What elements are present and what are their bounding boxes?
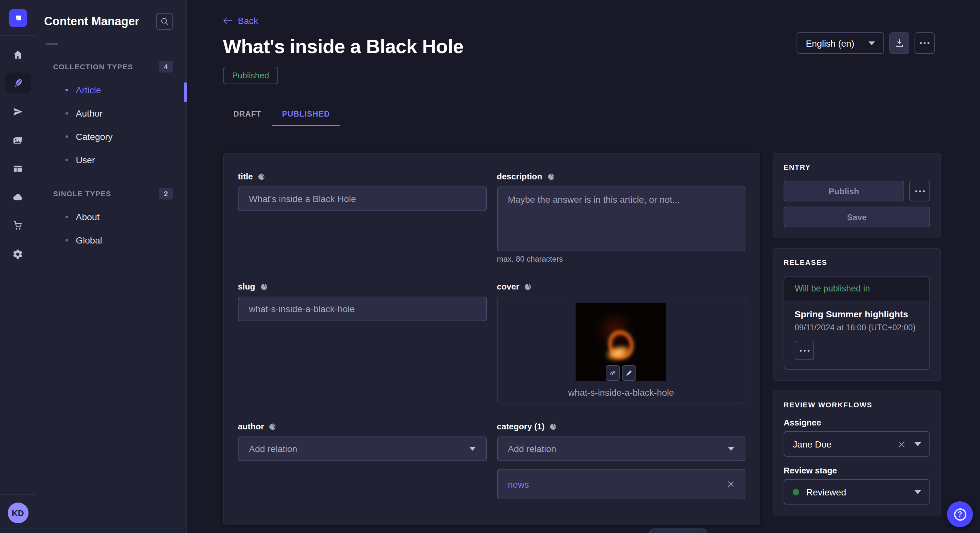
arrow-left-icon (223, 17, 233, 25)
releases-heading: RELEASES (784, 259, 930, 266)
release-card: Will be published in Spring Summer highl… (784, 276, 930, 370)
chevron-down-icon (869, 41, 875, 45)
sidebar-title: Content Manager (44, 14, 139, 28)
globe-icon (259, 283, 267, 290)
sidebar-item-author[interactable]: Author (44, 102, 173, 125)
chevron-down-icon (915, 490, 921, 494)
more-actions-button[interactable] (915, 32, 935, 54)
content-manager-sidebar: Content Manager COLLECTION TYPES 4 Artic… (36, 0, 187, 533)
category-placeholder: Add relation (508, 444, 556, 454)
sidebar-item-label: About (76, 212, 100, 222)
paper-plane-icon[interactable] (5, 101, 31, 122)
description-hint: max. 80 characters (497, 254, 745, 263)
author-relation-select[interactable]: Add relation (238, 436, 487, 461)
home-icon[interactable] (5, 44, 31, 65)
ellipsis-icon (924, 42, 926, 44)
relation-link[interactable]: news (508, 479, 529, 489)
gear-icon[interactable] (5, 244, 31, 264)
entry-more-button[interactable] (909, 181, 930, 201)
globe-icon (524, 283, 531, 290)
back-link[interactable]: Back (223, 16, 258, 26)
bullet-icon (65, 112, 68, 115)
field-author: author Add relation (238, 422, 487, 499)
back-label: Back (238, 16, 258, 26)
clear-assignee-button[interactable] (898, 440, 905, 448)
sidebar-item-label: Global (76, 235, 102, 246)
cloud-icon[interactable] (5, 187, 31, 207)
cover-actions (606, 365, 636, 381)
bullet-icon (65, 216, 68, 218)
entry-heading: ENTRY (784, 163, 930, 171)
assignee-value: Jane Doe (793, 439, 898, 449)
sidebar-item-about[interactable]: About (44, 205, 173, 228)
bullet-icon (65, 135, 68, 138)
relation-item-news: news (497, 469, 745, 499)
feather-icon[interactable] (5, 73, 31, 93)
rail-divider-bottom (0, 494, 36, 495)
edit-image-button[interactable] (622, 365, 636, 381)
strapi-logo[interactable] (9, 9, 27, 27)
category-relation-select[interactable]: Add relation (497, 436, 745, 461)
status-badge: Published (223, 67, 278, 84)
entry-panel: ENTRY Publish Save (773, 153, 941, 238)
releases-panel: RELEASES Will be published in Spring Sum… (773, 248, 941, 381)
review-stage-label: Review stage (784, 466, 930, 475)
slug-input[interactable]: what-s-inside-a-black-hole (238, 297, 487, 321)
description-input[interactable]: Maybe the answer is in this article, or … (497, 187, 745, 251)
app-window: KD Content Manager COLLECTION TYPES 4 Ar… (0, 0, 980, 533)
sidebar-divider (45, 43, 58, 45)
active-item-indicator (184, 82, 187, 102)
author-label: author (238, 422, 264, 431)
sidebar-item-label: Article (76, 85, 101, 95)
description-label: description (497, 171, 542, 181)
tab-draft[interactable]: DRAFT (223, 105, 272, 126)
nav-rail: KD (0, 0, 36, 533)
sidebar-item-user[interactable]: User (44, 148, 173, 171)
sidebar-item-label: Author (76, 108, 103, 119)
bullet-icon (65, 159, 68, 161)
sidebar-item-category[interactable]: Category (44, 125, 173, 148)
avatar[interactable]: KD (8, 503, 28, 523)
bullet-icon (65, 89, 68, 91)
review-stage-select[interactable]: Reviewed (784, 479, 930, 504)
remove-relation-icon[interactable] (727, 481, 734, 488)
globe-icon (547, 173, 555, 180)
publish-button[interactable]: Publish (784, 181, 904, 201)
title-input[interactable]: What's inside a Black Hole (238, 187, 487, 211)
assignee-select[interactable]: Jane Doe (784, 431, 930, 457)
locale-select[interactable]: English (en) (797, 32, 884, 54)
release-name: Spring Summer highlights (795, 309, 919, 319)
field-cover: cover (497, 282, 745, 403)
collection-types-heading: COLLECTION TYPES (53, 63, 133, 71)
strapi-logo-glyph (13, 13, 23, 23)
review-stage-value: Reviewed (806, 487, 915, 497)
below-fold-card-edge (649, 528, 707, 533)
single-types-list: About Global (44, 205, 173, 252)
release-date: 09/11/2024 at 16:00 (UTC+02:00) (795, 323, 919, 332)
search-button[interactable] (156, 13, 173, 30)
copy-link-button[interactable] (606, 365, 620, 381)
layout-icon[interactable] (5, 158, 31, 179)
download-button[interactable] (889, 32, 909, 54)
sidebar-item-global[interactable]: Global (44, 228, 173, 252)
release-more-button[interactable] (795, 341, 814, 360)
field-category: category (1) Add relation news (497, 422, 745, 499)
cover-image[interactable] (576, 303, 667, 381)
side-panels: ENTRY Publish Save RELEASES Will be publ… (773, 153, 941, 525)
help-button[interactable]: ? (947, 501, 973, 527)
media-library-icon[interactable] (5, 130, 31, 150)
version-tabs: DRAFT PUBLISHED (223, 105, 941, 126)
field-slug: slug what-s-inside-a-black-hole (238, 282, 487, 403)
tab-published[interactable]: PUBLISHED (272, 105, 340, 126)
ellipsis-icon (919, 190, 921, 192)
save-button[interactable]: Save (784, 206, 930, 227)
collection-types-count: 4 (159, 61, 173, 73)
sidebar-item-label: Category (76, 132, 113, 142)
sidebar-item-article[interactable]: Article (44, 78, 173, 102)
cart-icon[interactable] (5, 215, 31, 236)
chevron-down-icon (728, 447, 734, 451)
cover-dropzone: what-s-inside-a-black-hole (497, 297, 745, 403)
pencil-icon (625, 369, 633, 377)
globe-icon (257, 173, 265, 180)
rail-bottom: KD (0, 494, 36, 533)
